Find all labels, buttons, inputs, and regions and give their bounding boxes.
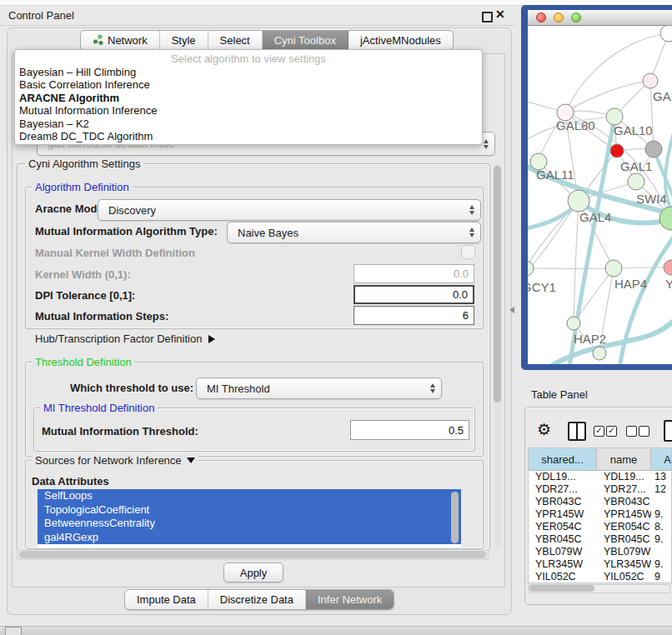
- table-row[interactable]: YLR345WYLR345W9.: [529, 558, 671, 571]
- table-cell: YIL052C: [529, 571, 597, 583]
- splitpane-arrow-icon[interactable]: [509, 307, 514, 313]
- deselect-all-checkbox-icon[interactable]: [639, 426, 649, 437]
- network-node[interactable]: [528, 261, 534, 276]
- export-table-icon[interactable]: [664, 420, 672, 442]
- network-node[interactable]: [610, 144, 624, 158]
- aracne-mode-combo[interactable]: Discovery: [98, 199, 481, 221]
- network-node[interactable]: [593, 347, 606, 360]
- attribute-list-item[interactable]: SelfLoops: [38, 489, 461, 503]
- which-threshold-combo[interactable]: MI Threshold: [196, 378, 442, 399]
- tab-impute-data[interactable]: Impute Data: [125, 590, 208, 609]
- tab-label: Cyni Toolbox: [274, 34, 336, 47]
- table-column-header[interactable]: A: [651, 448, 672, 470]
- tab-network[interactable]: Network: [81, 31, 160, 50]
- cyni-algorithm-settings-title: Cyni Algorithm Settings: [25, 158, 143, 170]
- dpi-tolerance-input[interactable]: [354, 285, 474, 304]
- close-traffic-light-icon[interactable]: [536, 12, 546, 22]
- combo-stepper-icon: [469, 205, 480, 215]
- algorithm-option[interactable]: Bayesian – Hill Climbing: [15, 66, 482, 78]
- sources-expander[interactable]: Sources for Network Inference: [32, 454, 198, 467]
- network-node[interactable]: [664, 260, 672, 275]
- mi-steps-input[interactable]: [354, 306, 474, 325]
- network-graph[interactable]: GALGAL80GAL10GAL1GAL11SWI4GAL4GCY1HAP4YH…: [528, 26, 672, 364]
- algorithm-option[interactable]: Dream8 DC_TDC Algorithm: [15, 130, 482, 142]
- tab-jactivemnodules[interactable]: jActiveMNodules: [349, 31, 453, 50]
- mi-threshold-group-title: MI Threshold Definition: [40, 402, 158, 414]
- mi-threshold-input[interactable]: [350, 420, 469, 440]
- select-all-checkbox-icon[interactable]: ✓: [594, 426, 604, 437]
- table-cell: YIL052C: [597, 571, 651, 583]
- float-window-icon[interactable]: [482, 12, 493, 22]
- network-node[interactable]: [660, 26, 672, 42]
- settings-hscrollbar-thumb[interactable]: [19, 551, 486, 558]
- tab-discretize-data[interactable]: Discretize Data: [208, 590, 306, 609]
- table-row[interactable]: YIL052CYIL052C9: [529, 571, 671, 583]
- apply-button[interactable]: Apply: [223, 562, 283, 582]
- algorithm-definition-title: Algorithm Definition: [32, 181, 133, 193]
- network-view-canvas[interactable]: GALGAL80GAL10GAL1GAL11SWI4GAL4GCY1HAP4YH…: [528, 26, 672, 364]
- algorithm-option[interactable]: Mutual Information Inference: [15, 104, 482, 117]
- tab-cyni-toolbox[interactable]: Cyni Toolbox: [263, 31, 349, 50]
- network-node[interactable]: [645, 141, 662, 158]
- attribute-list-item[interactable]: TopologicalCoefficient: [38, 503, 461, 518]
- attribute-list-item[interactable]: BetweennessCentrality: [38, 517, 461, 531]
- deselect-all-checkbox-icon[interactable]: [626, 426, 637, 437]
- network-node[interactable]: [606, 108, 623, 125]
- tab-select[interactable]: Select: [208, 31, 263, 50]
- algorithm-dropdown-list: Bayesian – Hill ClimbingBasic Correlatio…: [15, 66, 482, 142]
- table-cell: 9.: [651, 558, 672, 571]
- table-hscrollbar-thumb[interactable]: [529, 585, 594, 592]
- combo-stepper-icon: [484, 139, 494, 149]
- settings-vscrollbar-thumb[interactable]: [494, 166, 501, 402]
- algorithm-option[interactable]: Bayesian – K2: [15, 118, 482, 130]
- table-column-header[interactable]: name: [597, 448, 651, 470]
- algorithm-option[interactable]: ARACNE Algorithm: [15, 92, 482, 104]
- network-edge[interactable]: [528, 201, 579, 276]
- table-settings-gear-icon[interactable]: ⚙: [537, 420, 551, 439]
- which-threshold-label: Which threshold to use:: [70, 382, 193, 394]
- hub-definition-label: Hub/Transcription Factor Definition: [35, 332, 202, 345]
- table-column-header[interactable]: shared...: [529, 448, 597, 470]
- attribute-list-item[interactable]: gal4RGexp: [38, 531, 461, 545]
- table-row[interactable]: YBL079WYBL079W: [529, 546, 671, 558]
- table-row[interactable]: YER054CYER054C8.: [529, 521, 671, 533]
- table-row[interactable]: YBR045CYBR045C9.: [529, 533, 671, 546]
- select-all-checkbox-icon[interactable]: ✓: [606, 426, 617, 437]
- header-divider: [0, 25, 515, 26]
- minimize-traffic-light-icon[interactable]: [554, 12, 564, 22]
- table-cell: YDR27...: [597, 483, 651, 496]
- hub-definition-expander[interactable]: Hub/Transcription Factor Definition: [35, 332, 215, 345]
- network-node[interactable]: [567, 317, 580, 330]
- attributes-vscrollbar-thumb[interactable]: [451, 492, 459, 543]
- network-window-titlebar[interactable]: [528, 10, 672, 26]
- table-row[interactable]: YPR145WYPR145W9.: [529, 508, 671, 521]
- combo-stepper-icon: [430, 383, 441, 393]
- table-cell: 12: [651, 483, 672, 496]
- tab-style[interactable]: Style: [160, 31, 208, 50]
- network-edge[interactable]: [619, 236, 672, 364]
- mi-type-combo[interactable]: Naive Bayes: [227, 222, 481, 243]
- close-icon[interactable]: ✕: [495, 8, 505, 21]
- which-threshold-value: MI Threshold: [197, 382, 270, 395]
- network-node-label: GAL4: [579, 210, 611, 224]
- algorithm-option[interactable]: Basic Correlation Inference: [15, 78, 482, 91]
- table-row[interactable]: YDR27...YDR27...12: [529, 483, 671, 496]
- table-cell: YER054C: [597, 521, 651, 533]
- network-node[interactable]: [643, 73, 658, 88]
- kernel-width-input[interactable]: [354, 264, 474, 283]
- cyni-mode-tab-bar: Impute DataDiscretize DataInfer Network: [124, 589, 394, 610]
- data-attributes-list[interactable]: SelfLoopsTopologicalCoefficientBetweenne…: [38, 489, 461, 548]
- show-columns-icon[interactable]: [568, 422, 586, 441]
- network-node[interactable]: [605, 260, 622, 277]
- network-node[interactable]: [568, 190, 589, 212]
- docked-panel-icon[interactable]: [5, 627, 22, 635]
- network-node[interactable]: [628, 173, 644, 190]
- table-row[interactable]: YDL19...YDL19...13: [529, 471, 671, 483]
- table-cell: YDR27...: [529, 483, 597, 496]
- tab-infer-network[interactable]: Infer Network: [306, 590, 394, 609]
- zoom-traffic-light-icon[interactable]: [571, 12, 581, 22]
- table-row[interactable]: YBR043CYBR043C: [529, 496, 671, 508]
- table-body: YDL19...YDL19...13YDR27...YDR27...12YBR0…: [529, 471, 671, 583]
- manual-kernel-checkbox[interactable]: [461, 245, 475, 259]
- network-edge[interactable]: [565, 81, 650, 112]
